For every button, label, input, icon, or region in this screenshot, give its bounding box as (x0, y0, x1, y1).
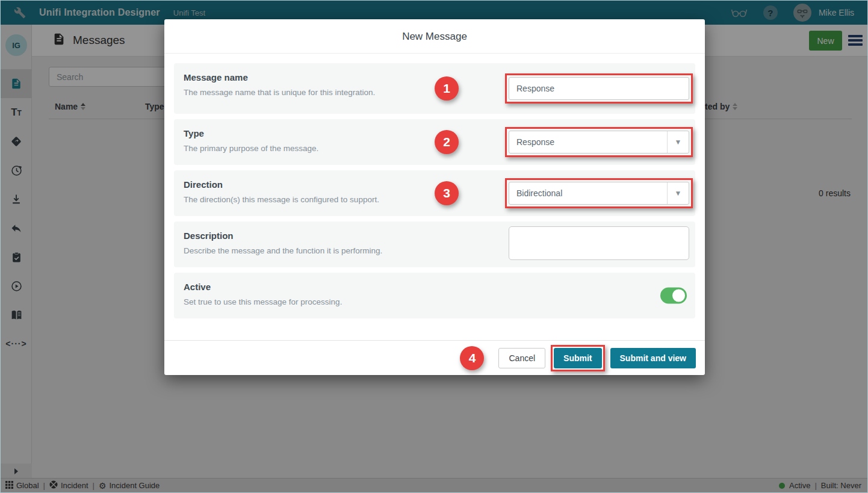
modal-body: Message name The message name that is un… (164, 54, 705, 328)
active-toggle[interactable] (660, 288, 687, 304)
annotation-highlight-box: Response ▼ (505, 127, 693, 157)
form-row-active: Active Set true to use this message for … (174, 273, 695, 318)
annotation-highlight-box (505, 73, 693, 104)
message-name-input[interactable] (509, 77, 689, 100)
form-row-type: Type The primary purpose of the message.… (174, 119, 695, 165)
cancel-button[interactable]: Cancel (498, 348, 545, 368)
description-textarea[interactable] (509, 226, 689, 260)
chevron-down-icon: ▼ (667, 131, 689, 153)
app-window: Unifi Integration Designer Unifi Test ? … (0, 0, 868, 493)
chevron-down-icon: ▼ (667, 182, 689, 204)
annotation-badge-1: 1 (435, 76, 459, 101)
form-row-description: Description Describe the message and the… (174, 222, 695, 267)
annotation-highlight-box: Bidirectional ▼ (505, 178, 693, 208)
type-select-value: Response (509, 137, 667, 147)
field-label: Active (184, 282, 686, 292)
direction-select-value: Bidirectional (509, 188, 667, 198)
modal-footer: 4 Cancel Submit Submit and view (164, 340, 705, 375)
new-message-modal: New Message Message name The message nam… (164, 19, 705, 375)
modal-title: New Message (164, 19, 705, 54)
submit-button[interactable]: Submit (554, 348, 601, 368)
direction-select[interactable]: Bidirectional ▼ (509, 182, 689, 205)
type-select[interactable]: Response ▼ (509, 131, 689, 153)
form-row-direction: Direction The direction(s) this message … (174, 170, 695, 216)
annotation-badge-4: 4 (460, 346, 484, 370)
annotation-highlight-box: Submit (551, 345, 604, 371)
annotation-badge-3: 3 (435, 181, 459, 205)
field-description: Set true to use this message for process… (184, 297, 686, 306)
annotation-badge-2: 2 (435, 130, 459, 154)
form-row-message-name: Message name The message name that is un… (174, 63, 695, 114)
submit-and-view-button[interactable]: Submit and view (610, 348, 696, 368)
control-wrapper (509, 226, 689, 262)
